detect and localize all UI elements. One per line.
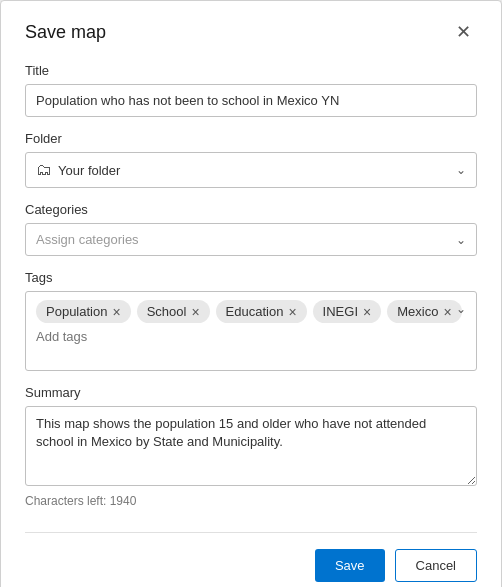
folder-value: Your folder bbox=[58, 163, 466, 178]
tag-inegi: INEGI × bbox=[313, 300, 382, 323]
folder-dropdown[interactable]: 🗂 Your folder ⌄ bbox=[25, 152, 477, 188]
tag-school: School × bbox=[137, 300, 210, 323]
dialog-header: Save map ✕ bbox=[25, 21, 477, 43]
dialog-footer: Save Cancel bbox=[25, 532, 477, 582]
folder-label: Folder bbox=[25, 131, 477, 146]
save-button[interactable]: Save bbox=[315, 549, 385, 582]
tag-inegi-remove[interactable]: × bbox=[363, 305, 371, 319]
close-button[interactable]: ✕ bbox=[450, 21, 477, 43]
add-tags-input[interactable] bbox=[36, 329, 204, 344]
tags-row: Population × School × Education × INEGI … bbox=[36, 300, 466, 344]
folder-icon: 🗂 bbox=[36, 161, 52, 179]
tag-education: Education × bbox=[216, 300, 307, 323]
dialog-title: Save map bbox=[25, 22, 106, 43]
tags-chevron-icon: ⌄ bbox=[456, 302, 466, 316]
tag-mexico-text: Mexico bbox=[397, 304, 438, 319]
title-input[interactable] bbox=[25, 84, 477, 117]
tags-field-group: Tags Population × School × Education × I… bbox=[25, 270, 477, 371]
tag-population-text: Population bbox=[46, 304, 107, 319]
summary-textarea[interactable]: This map shows the population 15 and old… bbox=[25, 406, 477, 486]
categories-placeholder: Assign categories bbox=[36, 232, 466, 247]
tag-inegi-text: INEGI bbox=[323, 304, 358, 319]
tag-education-text: Education bbox=[226, 304, 284, 319]
tags-container: Population × School × Education × INEGI … bbox=[25, 291, 477, 371]
categories-field-group: Categories Assign categories ⌄ bbox=[25, 202, 477, 256]
tags-label: Tags bbox=[25, 270, 477, 285]
summary-label: Summary bbox=[25, 385, 477, 400]
tag-education-remove[interactable]: × bbox=[288, 305, 296, 319]
tag-population: Population × bbox=[36, 300, 131, 323]
tag-population-remove[interactable]: × bbox=[112, 305, 120, 319]
tag-mexico: Mexico × bbox=[387, 300, 461, 323]
summary-field-group: Summary This map shows the population 15… bbox=[25, 385, 477, 508]
tag-school-remove[interactable]: × bbox=[191, 305, 199, 319]
tag-school-text: School bbox=[147, 304, 187, 319]
tag-mexico-remove[interactable]: × bbox=[443, 305, 451, 319]
categories-label: Categories bbox=[25, 202, 477, 217]
save-map-dialog: Save map ✕ Title Folder 🗂 Your folder ⌄ … bbox=[0, 0, 502, 587]
char-count: Characters left: 1940 bbox=[25, 494, 477, 508]
title-label: Title bbox=[25, 63, 477, 78]
categories-dropdown[interactable]: Assign categories ⌄ bbox=[25, 223, 477, 256]
title-field-group: Title bbox=[25, 63, 477, 117]
folder-field-group: Folder 🗂 Your folder ⌄ bbox=[25, 131, 477, 188]
cancel-button[interactable]: Cancel bbox=[395, 549, 477, 582]
